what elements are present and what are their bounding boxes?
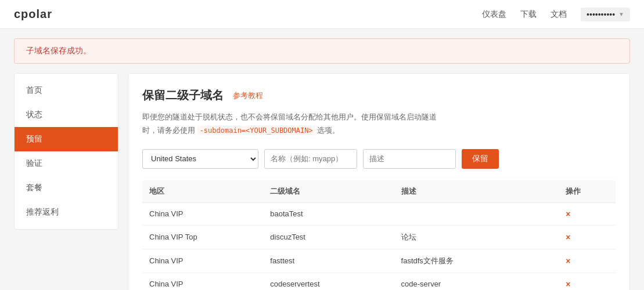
sidebar-item-home[interactable]: 首页: [15, 78, 118, 103]
delete-button[interactable]: ×: [566, 233, 570, 242]
nav-download[interactable]: 下载: [520, 9, 537, 20]
subdomain-table: 地区 二级域名 描述 操作 China VIP baotaTest × Chin…: [142, 180, 616, 290]
content-description: 即便您的隧道处于脱机状态，也不会将保留域名分配给其他用户。使用保留域名启动隧道 …: [142, 110, 616, 137]
cell-region: China VIP: [142, 202, 263, 225]
table-row: China VIP baotaTest ×: [142, 202, 616, 225]
cell-action: ×: [559, 225, 616, 249]
sidebar-item-package[interactable]: 套餐: [15, 176, 118, 200]
nav-docs[interactable]: 文档: [551, 9, 567, 20]
alert-message: 子域名保存成功。: [26, 46, 91, 55]
region-select[interactable]: United States China VIP China VIP Top Ch…: [142, 149, 258, 169]
cell-region: China VIP Top: [142, 225, 263, 249]
col-desc: 描述: [394, 180, 559, 203]
ref-link[interactable]: 参考教程: [233, 90, 263, 101]
name-input[interactable]: [264, 149, 357, 169]
cell-desc: 论坛: [394, 225, 559, 249]
delete-button[interactable]: ×: [566, 256, 570, 266]
cell-subdomain: fasttest: [263, 249, 394, 273]
page-title: 保留二级子域名: [142, 88, 224, 103]
table-row: China VIP fasttest fastdfs文件服务 ×: [142, 249, 616, 273]
header: cpolar 仪表盘 下载 文档 •••••••••• ▼: [0, 0, 644, 29]
sidebar-item-verify[interactable]: 验证: [15, 151, 118, 176]
table-header-row: 地区 二级域名 描述 操作: [142, 180, 616, 203]
table-row: China VIP Top discuzTest 论坛 ×: [142, 225, 616, 249]
cell-region: China VIP: [142, 249, 263, 273]
cell-region: China VIP: [142, 273, 263, 290]
desc-text-1: 即便您的隧道处于脱机状态，也不会将保留域名分配给其他用户。使用保留域名启动隧道: [142, 113, 437, 121]
delete-button[interactable]: ×: [566, 280, 570, 289]
content-area: 保留二级子域名 参考教程 即便您的隧道处于脱机状态，也不会将保留域名分配给其他用…: [128, 73, 630, 290]
cell-desc: [394, 202, 559, 225]
cell-action: ×: [559, 273, 616, 290]
alert-success: 子域名保存成功。: [14, 38, 630, 64]
cell-subdomain: discuzTest: [263, 225, 394, 249]
col-subdomain: 二级域名: [263, 180, 394, 203]
cell-desc: fastdfs文件服务: [394, 249, 559, 273]
col-action: 操作: [559, 180, 616, 203]
desc-input[interactable]: [363, 149, 456, 169]
user-name: ••••••••••: [587, 10, 615, 19]
logo: cpolar: [14, 8, 52, 21]
cell-action: ×: [559, 202, 616, 225]
main-layout: 首页 状态 预留 验证 套餐 推荐返利 保留二级子域名 参考教程 即便您的隧道处…: [14, 73, 630, 290]
table-row: China VIP codeservertest code-server ×: [142, 273, 616, 290]
form-row: United States China VIP China VIP Top Ch…: [142, 149, 616, 169]
cell-desc: code-server: [394, 273, 559, 290]
cell-subdomain: baotaTest: [263, 202, 394, 225]
desc-text-2: 时，请务必使用: [142, 126, 195, 135]
content-header: 保留二级子域名 参考教程: [142, 88, 616, 103]
sidebar-item-status[interactable]: 状态: [15, 103, 118, 127]
cell-action: ×: [559, 249, 616, 273]
cell-subdomain: codeservertest: [263, 273, 394, 290]
code-hint: -subdomain=<YOUR_SUBDOMAIN>: [197, 126, 315, 135]
desc-text-3: 选项。: [317, 126, 340, 135]
user-menu[interactable]: •••••••••• ▼: [581, 8, 630, 21]
nav-dashboard[interactable]: 仪表盘: [482, 9, 506, 20]
sidebar: 首页 状态 预留 验证 套餐 推荐返利: [14, 73, 118, 230]
user-dropdown-arrow: ▼: [618, 11, 624, 17]
save-button[interactable]: 保留: [462, 149, 499, 169]
delete-button[interactable]: ×: [566, 209, 570, 219]
sidebar-item-reserve[interactable]: 预留: [15, 127, 118, 151]
col-region: 地区: [142, 180, 263, 203]
sidebar-item-referral[interactable]: 推荐返利: [15, 200, 118, 224]
header-nav: 仪表盘 下载 文档 •••••••••• ▼: [482, 8, 630, 21]
